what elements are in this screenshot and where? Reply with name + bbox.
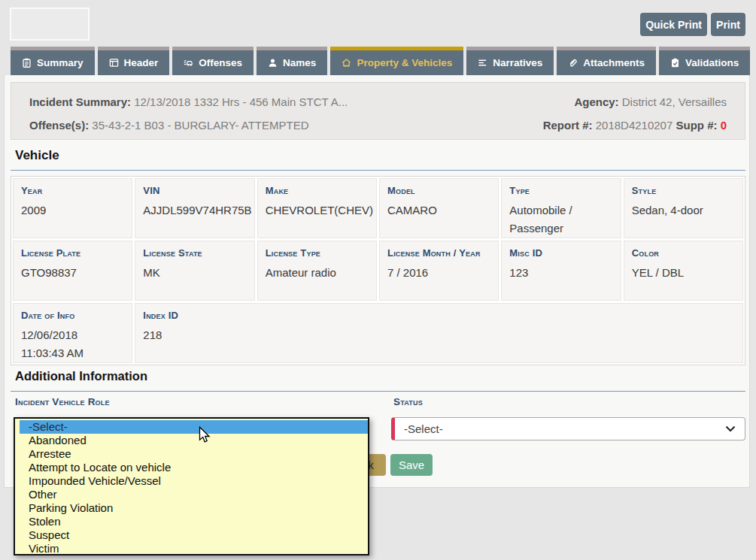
window-header-icon — [109, 58, 119, 68]
field-label: Index ID — [143, 309, 735, 322]
status-label: Status — [393, 396, 423, 407]
vehicle-details-table: Year2009 VINAJJDL599V74HR75B MakeCHEVROL… — [11, 176, 745, 365]
field-value: 12/06/2018 11:03:43 AM — [21, 326, 124, 362]
role-option-stolen[interactable]: Stolen — [15, 515, 368, 528]
tab-header[interactable]: Header — [98, 47, 170, 75]
tab-label: Narratives — [493, 57, 542, 68]
incident-summary-bar: Incident Summary: 12/13/2018 1332 Hrs - … — [11, 82, 745, 140]
role-option-select[interactable]: -Select- — [20, 420, 368, 434]
field-style: StyleSedan, 4-door — [624, 178, 743, 238]
field-license-month-year: License Month / Year7 / 2016 — [379, 241, 499, 301]
report-number-line: Report #: 2018D4210207 Supp #: 0 — [543, 114, 727, 137]
field-vin: VINAJJDL599V74HR75B — [135, 178, 254, 238]
field-label: Color — [632, 247, 735, 260]
role-option-attempt-to-locate[interactable]: Attempt to Locate on vehicle — [15, 461, 368, 474]
field-year: Year2009 — [13, 178, 132, 238]
role-option-impounded[interactable]: Impounded Vehicle/Vessel — [15, 474, 368, 488]
tab-validations[interactable]: Validations — [659, 47, 750, 75]
agency-label: Agency: — [574, 95, 618, 108]
paperclip-icon — [568, 58, 578, 68]
person-icon — [268, 58, 278, 68]
field-license-type: License TypeAmateur radio — [257, 241, 377, 301]
text-lines-icon — [478, 58, 487, 68]
collision-icon — [184, 58, 193, 68]
role-option-victim[interactable]: Victim — [15, 542, 368, 555]
quick-print-button[interactable]: Quick Print — [640, 13, 707, 36]
clipboard-icon — [22, 58, 32, 68]
field-date-of-info: Date of Info12/06/2018 11:03:43 AM — [13, 303, 132, 363]
role-option-suspect[interactable]: Suspect — [15, 528, 368, 542]
mouse-cursor-icon — [199, 426, 211, 446]
section-divider — [11, 170, 745, 171]
role-option-other[interactable]: Other — [15, 488, 368, 501]
field-value: YEL / DBL — [632, 264, 735, 282]
field-value: CHEVROLET(CHEV) — [266, 201, 369, 219]
field-label: License Plate — [21, 247, 124, 260]
incident-vehicle-role-label: Incident Vehicle Role — [15, 396, 110, 407]
role-option-arrestee[interactable]: Arrestee — [15, 447, 368, 461]
tab-label: Summary — [37, 57, 83, 68]
field-license-state: License StateMK — [135, 241, 254, 301]
field-label: License Type — [266, 247, 369, 260]
section-divider — [11, 391, 745, 392]
field-label: Date of Info — [21, 309, 124, 322]
field-model: ModelCAMARO — [379, 178, 499, 238]
save-button[interactable]: Save — [390, 454, 433, 476]
report-number-value: 2018D4210207 — [596, 119, 673, 132]
field-label: Year — [21, 184, 124, 198]
report-tabs: Summary Header Offenses Names Property &… — [11, 47, 750, 75]
tab-attachments[interactable]: Attachments — [557, 47, 656, 75]
field-value: AJJDL599V74HR75B — [143, 201, 246, 219]
tab-offenses[interactable]: Offenses — [172, 47, 254, 75]
field-value: Sedan, 4-door — [632, 201, 735, 219]
tab-label: Offenses — [199, 57, 242, 68]
agency-line: Agency: District 42, Versailles — [574, 90, 727, 114]
field-value: 123 — [509, 264, 612, 282]
tab-label: Header — [124, 57, 159, 68]
field-value: 2009 — [21, 201, 124, 219]
field-type: TypeAutomobile / Passenger — [501, 178, 621, 238]
field-label: Style — [632, 184, 735, 198]
incident-vehicle-role-open-dropdown[interactable]: -Select- Abandoned Arrestee Attempt to L… — [14, 417, 369, 555]
field-color: ColorYEL / DBL — [624, 241, 743, 301]
field-value: 218 — [143, 326, 735, 344]
incident-summary-line: Incident Summary: 12/13/2018 1332 Hrs - … — [29, 90, 348, 114]
additional-info-title: Additional Information — [15, 369, 147, 383]
field-label: License State — [143, 247, 246, 260]
field-label: Model — [387, 184, 490, 198]
chevron-down-icon — [725, 425, 736, 432]
offense-line: Offense(s): 35-43-2-1 B03 - BURGLARY- AT… — [29, 114, 309, 137]
tab-label: Property & Vehicles — [357, 57, 452, 68]
field-index-id: Index ID218 — [135, 303, 743, 363]
status-select[interactable]: -Select- — [391, 417, 745, 440]
field-label: Make — [266, 184, 369, 198]
field-label: VIN — [143, 184, 246, 198]
field-value: MK — [143, 264, 246, 282]
print-button[interactable]: Print — [711, 13, 745, 36]
field-license-plate: License PlateGTO98837 — [13, 241, 132, 301]
supp-number-value: 0 — [721, 119, 727, 132]
status-selected-value: -Select- — [404, 422, 443, 435]
field-value: Automobile / Passenger — [509, 201, 612, 238]
field-label: Type — [509, 184, 612, 198]
tab-names[interactable]: Names — [257, 47, 327, 75]
agency-logo-placeholder — [10, 8, 90, 41]
house-vehicle-icon — [342, 58, 351, 68]
report-number-label: Report #: — [543, 119, 593, 132]
role-option-parking-violation[interactable]: Parking Violation — [15, 501, 368, 515]
tab-summary[interactable]: Summary — [11, 47, 95, 75]
field-misc-id: Misc ID123 — [501, 241, 621, 301]
incident-summary-label: Incident Summary: — [29, 95, 131, 108]
field-value: GTO98837 — [21, 264, 124, 282]
tab-property-vehicles[interactable]: Property & Vehicles — [330, 47, 463, 75]
offense-value: 35-43-2-1 B03 - BURGLARY- ATTEMPTED — [92, 119, 308, 132]
role-option-abandoned[interactable]: Abandoned — [15, 434, 368, 447]
field-value: CAMARO — [387, 201, 490, 219]
tab-label: Names — [283, 57, 316, 68]
offense-label: Offense(s): — [29, 119, 89, 132]
tab-narratives[interactable]: Narratives — [466, 47, 554, 75]
field-value: Amateur radio — [266, 264, 369, 282]
clipboard-check-icon — [670, 58, 680, 68]
tab-label: Attachments — [583, 57, 645, 68]
tab-label: Validations — [685, 57, 739, 68]
